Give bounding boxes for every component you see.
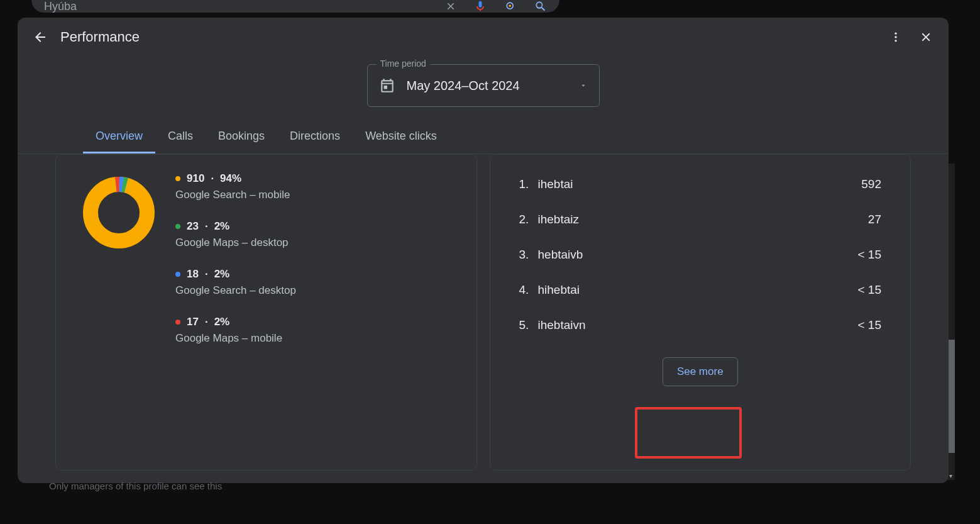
legend-label: Google Maps – desktop xyxy=(175,237,296,249)
more-vert-icon xyxy=(889,31,902,43)
legend-count: 18 xyxy=(187,268,199,281)
svg-point-5 xyxy=(91,184,147,241)
list-item: 5. ihebtaivn < 15 xyxy=(519,318,882,332)
close-button[interactable] xyxy=(918,30,933,45)
tab-calls[interactable]: Calls xyxy=(155,125,206,153)
legend-label: Google Search – mobile xyxy=(175,189,296,201)
term: ihebtaivn xyxy=(538,318,858,332)
voice-search-icon[interactable] xyxy=(474,0,487,13)
rank: 4. xyxy=(519,283,538,297)
search-icon[interactable] xyxy=(534,0,547,13)
legend-count: 17 xyxy=(187,316,199,328)
rank: 1. xyxy=(519,177,538,191)
legend-pct: 94% xyxy=(220,172,241,185)
list-item: 3. hebtaivb < 15 xyxy=(519,248,882,262)
legend-pct: 2% xyxy=(214,316,230,328)
list-item: 2. ihebtaiz 27 xyxy=(519,213,882,226)
performance-dialog: Performance Time period May 2024–Oct 202… xyxy=(18,18,949,483)
search-query: Hyúba xyxy=(44,0,445,13)
legend-dot xyxy=(175,272,180,277)
tab-overview[interactable]: Overview xyxy=(83,125,155,153)
list-item: 4. hihebtai < 15 xyxy=(519,283,882,297)
rank: 2. xyxy=(519,213,538,226)
legend-count: 23 xyxy=(187,220,199,233)
value: 27 xyxy=(868,213,881,226)
legend-pct: 2% xyxy=(214,220,230,233)
arrow-left-icon xyxy=(33,30,48,45)
term: ihebtai xyxy=(538,177,862,191)
time-period-value: May 2024–Oct 2024 xyxy=(407,79,579,93)
term: hebtaivb xyxy=(538,248,858,262)
dropdown-icon xyxy=(579,81,588,90)
lens-icon[interactable] xyxy=(504,0,517,13)
back-button[interactable] xyxy=(33,30,48,45)
legend-item: 17 · 2% Google Maps – mobile xyxy=(175,316,296,345)
term: hihebtai xyxy=(538,283,858,297)
tab-website-clicks[interactable]: Website clicks xyxy=(353,125,449,153)
search-bar[interactable]: Hyúba xyxy=(31,0,559,13)
svg-point-1 xyxy=(509,5,511,7)
term: ihebtaiz xyxy=(538,213,868,226)
search-terms-card: 1. ihebtai 592 2. ihebtaiz 27 3. hebtaiv… xyxy=(490,154,911,471)
time-period-label: Time period xyxy=(377,59,430,69)
value: 592 xyxy=(861,177,881,191)
value: < 15 xyxy=(857,318,881,332)
time-period-select[interactable]: Time period May 2024–Oct 2024 xyxy=(367,64,600,107)
close-icon xyxy=(919,30,933,44)
tab-directions[interactable]: Directions xyxy=(277,125,353,153)
breakdown-legend: 910 · 94% Google Search – mobile 23 · 2% xyxy=(175,172,296,345)
search-terms-list: 1. ihebtai 592 2. ihebtaiz 27 3. hebtaiv… xyxy=(509,172,892,332)
footer-note: Only managers of this profile can see th… xyxy=(49,481,222,491)
calendar-icon xyxy=(379,77,395,94)
svg-point-3 xyxy=(895,36,896,38)
legend-dot xyxy=(175,176,180,181)
legend-item: 23 · 2% Google Maps – desktop xyxy=(175,220,296,249)
see-more-button[interactable]: See more xyxy=(663,357,738,386)
breakdown-donut-chart xyxy=(81,175,157,250)
annotation-highlight xyxy=(635,407,742,459)
rank: 5. xyxy=(519,318,538,332)
svg-point-2 xyxy=(895,33,896,35)
legend-item: 18 · 2% Google Search – desktop xyxy=(175,268,296,297)
value: < 15 xyxy=(857,283,881,297)
page-title: Performance xyxy=(60,29,140,45)
more-options-button[interactable] xyxy=(888,30,903,45)
svg-point-4 xyxy=(895,40,896,42)
legend-dot xyxy=(175,224,180,229)
legend-count: 910 xyxy=(187,172,204,185)
platform-breakdown-card: 910 · 94% Google Search – mobile 23 · 2% xyxy=(55,154,477,471)
value: < 15 xyxy=(857,248,881,262)
clear-icon[interactable] xyxy=(445,1,456,12)
legend-pct: 2% xyxy=(214,268,230,281)
tabs: Overview Calls Bookings Directions Websi… xyxy=(18,113,949,154)
list-item: 1. ihebtai 592 xyxy=(519,177,882,191)
legend-label: Google Search – desktop xyxy=(175,284,296,297)
legend-dot xyxy=(175,320,180,325)
legend-label: Google Maps – mobile xyxy=(175,332,296,345)
tab-bookings[interactable]: Bookings xyxy=(206,125,277,153)
dialog-header: Performance xyxy=(18,18,949,48)
legend-item: 910 · 94% Google Search – mobile xyxy=(175,172,296,201)
rank: 3. xyxy=(519,248,538,262)
